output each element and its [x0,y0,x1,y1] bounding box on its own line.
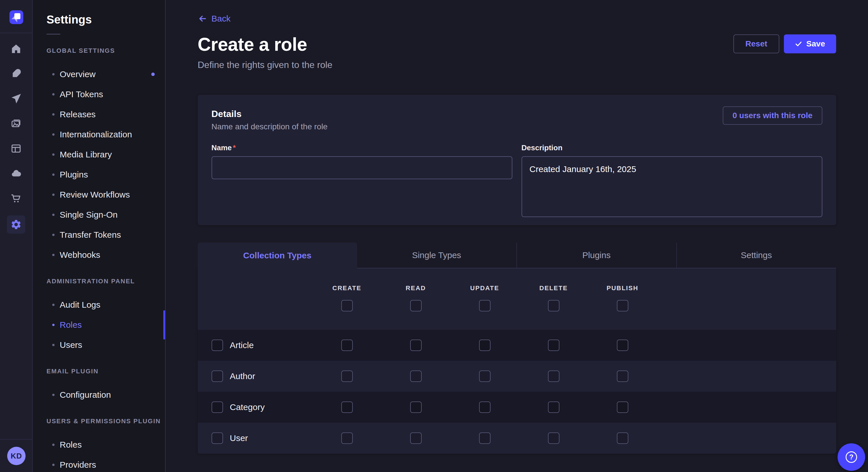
permissions-tabs: Collection TypesSingle TypesPluginsSetti… [198,243,836,268]
sidebar-item-transfer-tokens[interactable]: Transfer Tokens [46,225,165,245]
help-button[interactable]: ? [838,443,865,471]
author-create-checkbox[interactable] [341,370,353,382]
sidebar-item-webhooks[interactable]: Webhooks [46,245,165,265]
row-label: Author [230,371,255,381]
description-input[interactable]: Created January 16th, 2025 [522,156,823,217]
sidebar-item-releases[interactable]: Releases [46,104,165,125]
bullet-icon [52,344,55,346]
permissions-panel: CREATEREADUPDATEDELETEPUBLISH ArticleAut… [198,268,836,453]
app-root: KD Settings GLOBAL SETTINGSOverviewAPI T… [0,0,868,472]
bullet-icon [52,444,55,446]
user-publish-checkbox[interactable] [617,432,628,444]
select-all-delete-checkbox[interactable] [548,300,559,311]
sidebar-section-label: EMAIL PLUGIN [46,368,165,375]
save-button[interactable]: Save [784,34,836,53]
sidebar-item-audit-logs[interactable]: Audit Logs [46,295,165,315]
article-read-checkbox[interactable] [410,339,422,351]
bullet-icon [52,394,55,396]
sidebar-section-label: ADMINISTRATION PANEL [46,278,165,285]
back-link[interactable]: Back [198,14,231,24]
author-delete-checkbox[interactable] [548,370,559,382]
home-icon[interactable] [10,43,22,55]
page-header: Create a role Define the rights given to… [198,34,836,70]
bullet-icon [52,214,55,216]
cart-icon[interactable] [10,193,22,204]
select-all-update-checkbox[interactable] [479,300,491,311]
user-update-checkbox[interactable] [479,432,491,444]
settings-gear-icon[interactable] [7,215,25,234]
reset-button[interactable]: Reset [733,34,779,53]
sidebar-item-single-sign-on[interactable]: Single Sign-On [46,205,165,225]
bullet-icon [52,154,55,156]
sidebar-item-internationalization[interactable]: Internationalization [46,125,165,144]
arrow-left-icon [198,14,208,24]
sidebar-item-api-tokens[interactable]: API Tokens [46,84,165,104]
user-create-checkbox[interactable] [341,432,353,444]
name-input[interactable] [212,156,513,179]
table-row-category: Category [198,392,836,423]
sidebar-item-users[interactable]: Users [46,335,165,355]
user-read-checkbox[interactable] [410,432,422,444]
select-all-read-checkbox[interactable] [410,300,422,311]
user-row-checkbox[interactable] [212,432,223,444]
author-read-checkbox[interactable] [410,370,422,382]
tab-plugins[interactable]: Plugins [516,243,676,268]
sidebar-item-media-library[interactable]: Media Library [46,144,165,165]
category-create-checkbox[interactable] [341,401,353,413]
bullet-icon [52,254,55,256]
category-read-checkbox[interactable] [410,401,422,413]
users-with-role-button[interactable]: 0 users with this role [723,106,823,125]
avatar[interactable]: KD [7,447,26,465]
media-library-icon[interactable] [10,118,22,129]
feather-icon[interactable] [10,68,22,79]
rail-divider [0,33,32,33]
article-row-checkbox[interactable] [212,339,223,351]
layout-icon[interactable] [10,143,22,154]
article-delete-checkbox[interactable] [548,339,559,351]
page-title: Create a role [198,34,333,55]
article-update-checkbox[interactable] [479,339,491,351]
select-all-publish-checkbox[interactable] [617,300,628,311]
user-delete-checkbox[interactable] [548,432,559,444]
select-all-create-checkbox[interactable] [341,300,353,311]
author-publish-checkbox[interactable] [617,370,628,382]
rail-divider [0,439,32,440]
sidebar-item-roles[interactable]: Roles [46,315,165,335]
main-content: Back Create a role Define the rights giv… [166,0,868,472]
main-nav-rail: KD [0,0,33,472]
strapi-logo[interactable] [9,10,23,24]
author-row-checkbox[interactable] [212,370,223,382]
sidebar-section-label: GLOBAL SETTINGS [46,47,165,55]
author-update-checkbox[interactable] [479,370,491,382]
sidebar-item-plugins[interactable]: Plugins [46,165,165,185]
check-icon [795,40,802,47]
cloud-icon[interactable] [10,168,22,179]
tab-single-types[interactable]: Single Types [357,243,516,268]
sidebar-item-configuration[interactable]: Configuration [46,385,165,405]
sidebar-item-review-workflows[interactable]: Review Workflows [46,185,165,205]
article-create-checkbox[interactable] [341,339,353,351]
bullet-icon [52,324,55,326]
column-header: CREATE [332,284,361,292]
article-publish-checkbox[interactable] [617,339,628,351]
sidebar-item-roles[interactable]: Roles [46,435,165,455]
name-label: Name* [212,143,513,152]
sidebar-item-providers[interactable]: Providers [46,455,165,472]
tab-collection-types[interactable]: Collection Types [198,243,357,268]
sidebar-item-overview[interactable]: Overview [46,64,165,84]
tab-settings[interactable]: Settings [676,243,836,268]
notification-dot-icon [151,72,155,76]
required-asterisk: * [233,143,236,152]
category-update-checkbox[interactable] [479,401,491,413]
paper-plane-icon[interactable] [10,93,22,104]
settings-sidebar: Settings GLOBAL SETTINGSOverviewAPI Toke… [33,0,166,472]
bullet-icon [52,113,55,115]
save-label: Save [806,39,825,48]
category-row-checkbox[interactable] [212,401,223,413]
sidebar-section-label: USERS & PERMISSIONS PLUGIN [46,417,165,425]
column-header: PUBLISH [607,284,639,292]
category-publish-checkbox[interactable] [617,401,628,413]
back-label: Back [212,14,231,24]
category-delete-checkbox[interactable] [548,401,559,413]
column-header: READ [406,284,426,292]
